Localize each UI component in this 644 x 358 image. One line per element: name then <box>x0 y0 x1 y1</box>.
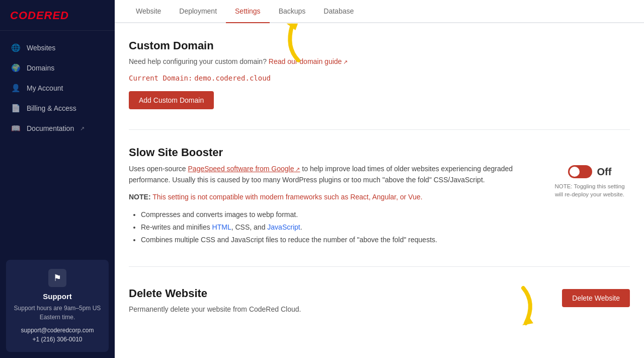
external-link-icon: ↗ <box>80 125 85 132</box>
brand-name: CodeRed <box>10 9 69 22</box>
support-email: support@coderedcorp.com <box>13 327 102 334</box>
pagespeed-link[interactable]: PageSpeed software from Google <box>188 165 300 173</box>
support-phone: +1 (216) 306-0010 <box>13 336 102 343</box>
delete-content: Delete Website Permanently delete your w… <box>129 287 562 322</box>
sidebar-item-domains[interactable]: 🌍 Domains <box>0 58 115 78</box>
delete-title: Delete Website <box>129 287 562 300</box>
domains-icon: 🌍 <box>11 63 21 73</box>
booster-note: NOTE: This setting is not compatible wit… <box>129 192 529 202</box>
custom-domain-desc: Need help configuring your custom domain… <box>129 56 630 67</box>
delete-action-area: Delete Website <box>562 287 630 307</box>
sidebar: CodeRed 🌐 Websites 🌍 Domains 👤 My Accoun… <box>0 0 115 358</box>
sidebar-item-my-account[interactable]: 👤 My Account <box>0 78 115 98</box>
current-domain-value: demo.codered.cloud <box>194 74 271 82</box>
html-link[interactable]: HTML <box>212 223 231 231</box>
booster-body: Uses open-source PageSpeed software from… <box>129 163 630 246</box>
slow-site-booster-toggle[interactable] <box>568 165 592 178</box>
section-divider-1 <box>129 129 630 130</box>
booster-bullet-list: Compresses and converts images to webp f… <box>129 208 529 247</box>
billing-icon: 📄 <box>11 104 21 113</box>
page-content: Custom Domain Need help configuring your… <box>115 23 644 358</box>
slow-site-booster-section: Slow Site Booster Uses open-source PageS… <box>129 146 630 246</box>
support-flag-icon: ⚑ <box>48 269 66 287</box>
section-divider-2 <box>129 266 630 267</box>
current-domain-label: Current Domain: <box>129 74 192 82</box>
docs-icon: 📖 <box>11 124 21 133</box>
sidebar-item-billing[interactable]: 📄 Billing & Access <box>0 98 115 118</box>
delete-desc: Permanently delete your website from Cod… <box>129 304 562 315</box>
brand-logo: CodeRed <box>0 0 115 31</box>
toggle-row: Off <box>568 165 612 178</box>
sidebar-item-websites[interactable]: 🌐 Websites <box>0 38 115 58</box>
bullet-item-3: Combines multiple CSS and JavaScript fil… <box>141 234 529 246</box>
tab-database[interactable]: Database <box>314 0 363 23</box>
main-content: Website Deployment Settings Backups Data… <box>115 0 644 358</box>
person-icon: 👤 <box>11 84 21 93</box>
sidebar-item-label: Billing & Access <box>27 104 76 112</box>
tab-backups[interactable]: Backups <box>270 0 315 23</box>
tab-website[interactable]: Website <box>127 0 170 23</box>
booster-desc: Uses open-source PageSpeed software from… <box>129 163 529 186</box>
delete-website-button[interactable]: Delete Website <box>562 289 630 307</box>
sidebar-item-label: Documentation <box>27 124 74 132</box>
sidebar-nav: 🌐 Websites 🌍 Domains 👤 My Account 📄 Bill… <box>0 31 115 254</box>
support-card: ⚑ Support Support hours are 9am–5pm US E… <box>6 260 109 352</box>
sidebar-item-label: Domains <box>27 64 54 72</box>
note-label: NOTE: <box>129 193 151 201</box>
toggle-knob <box>570 167 580 177</box>
bullet-item-2: Re-writes and minifies HTML, CSS, and Ja… <box>141 221 529 234</box>
support-title: Support <box>13 292 102 301</box>
custom-domain-section: Custom Domain Need help configuring your… <box>129 39 630 109</box>
tabs-bar: Website Deployment Settings Backups Data… <box>115 0 644 23</box>
custom-domain-title: Custom Domain <box>129 39 630 52</box>
sidebar-item-documentation[interactable]: 📖 Documentation ↗ <box>0 118 115 138</box>
current-domain-row: Current Domain: demo.codered.cloud <box>129 74 630 82</box>
main-wrapper: Website Deployment Settings Backups Data… <box>115 0 644 358</box>
domain-guide-link[interactable]: Read our domain guide <box>269 57 348 65</box>
bullet-item-1: Compresses and converts images to webp f… <box>141 208 529 221</box>
add-custom-domain-button[interactable]: Add Custom Domain <box>129 91 214 109</box>
note-text: This setting is not compatible with mode… <box>151 193 423 201</box>
delete-section-body: Delete Website Permanently delete your w… <box>129 283 630 322</box>
websites-icon: 🌐 <box>11 43 21 52</box>
tab-settings[interactable]: Settings <box>226 0 270 23</box>
js-link[interactable]: JavaScript <box>267 223 300 231</box>
custom-domain-desc-prefix: Need help configuring your custom domain… <box>129 57 269 65</box>
booster-desc-prefix: Uses open-source <box>129 165 188 173</box>
sidebar-item-label: My Account <box>27 84 63 92</box>
tab-deployment[interactable]: Deployment <box>170 0 226 23</box>
booster-title: Slow Site Booster <box>129 146 630 159</box>
toggle-state-label: Off <box>597 166 612 178</box>
booster-content: Uses open-source PageSpeed software from… <box>129 163 529 246</box>
support-hours: Support hours are 9am–5pm US Eastern tim… <box>13 304 102 322</box>
delete-website-section: Delete Website Permanently delete your w… <box>129 283 630 322</box>
booster-toggle-area: Off NOTE: Toggling this setting will re-… <box>549 163 630 198</box>
sidebar-item-label: Websites <box>27 44 55 52</box>
toggle-note: NOTE: Toggling this setting will re-depl… <box>552 182 627 198</box>
